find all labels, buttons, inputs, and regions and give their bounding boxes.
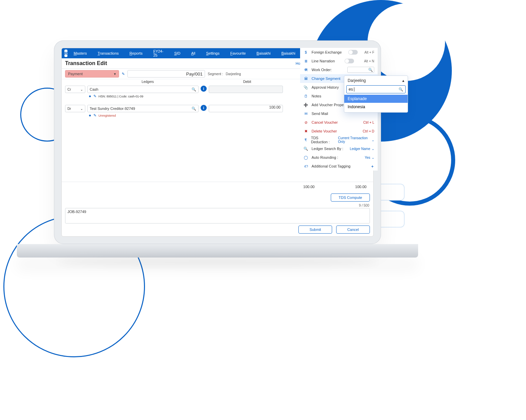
side-icon: ◯: [303, 155, 308, 160]
submit-button[interactable]: Submit: [298, 226, 332, 234]
cancel-button[interactable]: Cancel: [336, 226, 370, 234]
info-icon[interactable]: i: [201, 105, 207, 111]
search-icon: 🔍: [192, 87, 196, 92]
total-credit: 100.00: [355, 185, 367, 189]
segment-dropdown: Darjeeling ▴ es| 🔍 EsplanadeIndonesia: [344, 76, 408, 113]
debit-input[interactable]: [209, 86, 283, 93]
chevron-down-icon: ⌄: [372, 147, 374, 151]
segment-option[interactable]: Indonesia: [344, 103, 408, 111]
chevron-down-icon: ⌄: [372, 138, 374, 142]
side-icon: 🗒: [303, 94, 308, 98]
voucher-number-input[interactable]: [127, 70, 205, 78]
side-icon: ✖: [303, 129, 308, 133]
search-icon: 🔍: [368, 68, 373, 72]
voucher-type-select[interactable]: Payment ▾: [65, 70, 119, 78]
menu-item-favourite[interactable]: Favourite: [226, 50, 251, 57]
totals-row: 100.00 100.00: [62, 182, 373, 191]
registration-status: Unregistered: [98, 114, 116, 117]
row-edit-icon[interactable]: ✎: [93, 113, 96, 118]
row-flag-icon[interactable]: ✸: [89, 114, 91, 117]
side-icon: 📎: [303, 85, 308, 90]
toggle[interactable]: [345, 59, 354, 63]
side-icon: ₹: [303, 138, 308, 142]
notes-textarea[interactable]: JOB-92749: [65, 208, 370, 223]
search-icon: 🔍: [192, 107, 196, 111]
side-select[interactable]: Yes⌄: [365, 156, 374, 159]
page-title: Transaction Edit: [65, 60, 107, 66]
chevron-down-icon: ⌄: [80, 88, 83, 91]
segment-label: Segment :: [208, 72, 223, 76]
side-icon: ≣: [303, 59, 308, 63]
caret-up-icon: ▴: [402, 78, 404, 83]
debit-input[interactable]: 100.00: [209, 105, 283, 112]
side-item-auto-rounding[interactable]: ◯Auto Rounding :Yes⌄: [300, 153, 378, 162]
row-edit-icon[interactable]: ✎: [93, 94, 96, 98]
tds-compute-button[interactable]: TDS Compute: [331, 193, 370, 202]
chevron-down-icon: ⌄: [372, 156, 374, 159]
app-logo[interactable]: R: [64, 50, 67, 57]
side-icon: $: [303, 50, 308, 54]
side-item-line-narration[interactable]: ≣Line NarrationAlt + N: [300, 57, 378, 65]
segment-option[interactable]: Esplanade: [344, 95, 408, 103]
side-item-tds-deduction[interactable]: ₹TDS Deduction :Current Transaction Only…: [300, 136, 378, 144]
segment-search-input[interactable]: es| 🔍: [346, 85, 406, 93]
segment-value: Darjeeling: [226, 72, 241, 76]
plus-icon[interactable]: ＋: [371, 164, 374, 169]
side-item-additional-cost-tagging[interactable]: 🏷Additional Cost Tagging＋: [300, 162, 378, 171]
side-icon: ➕: [303, 103, 308, 107]
menu-item-settings[interactable]: Settings: [201, 50, 224, 57]
laptop-base: [17, 244, 418, 258]
side-icon: ✉: [303, 112, 308, 116]
toggle[interactable]: [348, 50, 358, 55]
side-icon: 🛠: [303, 68, 308, 72]
menu-item-fy2425[interactable]: FY24-25: [149, 48, 168, 59]
hsn-text: HSN: 895011 | Code: cash-01-09: [98, 95, 143, 98]
search-icon: 🔍: [399, 87, 403, 92]
side-icon: 🔍: [303, 147, 308, 151]
edit-voucher-icon[interactable]: ✎: [122, 72, 125, 76]
info-icon[interactable]: i: [201, 86, 207, 92]
side-item-cancel-voucher[interactable]: ⊘Cancel VoucherCtrl + L: [300, 118, 378, 127]
menu-item-sid[interactable]: SID: [170, 50, 185, 57]
side-item-work-order[interactable]: 🛠Work Order:🔍: [300, 65, 378, 74]
side-item-delete-voucher[interactable]: ✖Delete VoucherCtrl + D: [300, 127, 378, 136]
work-order-search[interactable]: 🔍: [347, 67, 374, 73]
drcr-select[interactable]: Dr⌄: [65, 105, 85, 112]
side-select[interactable]: Ledger Name⌄: [350, 147, 374, 151]
side-icon: ⊘: [303, 120, 308, 125]
side-select[interactable]: Current Transaction Only⌄: [338, 136, 374, 144]
menu-item-baisakhi[interactable]: Baisakhi: [276, 50, 300, 57]
total-debit: 100.00: [240, 185, 315, 189]
chevron-down-icon: ⌄: [80, 107, 83, 111]
menu-item-masters[interactable]: Masters: [69, 50, 91, 57]
side-icon: 🏷: [303, 164, 308, 168]
notes-counter: 9 / 500: [62, 204, 373, 207]
side-item-ledger-search-by[interactable]: 🔍Ledger Search By :Ledger Name⌄: [300, 144, 378, 153]
menu-item-transactions[interactable]: Transactions: [93, 50, 124, 57]
menu-item-reports[interactable]: Reports: [125, 50, 147, 57]
laptop-frame: R MastersTransactionsReportsFY24-25SIDAl…: [54, 40, 381, 258]
drcr-select[interactable]: Cr⌄: [65, 86, 85, 93]
ledger-input[interactable]: Test Sundry Creditor-92749🔍: [87, 105, 199, 112]
segment-selected[interactable]: Darjeeling ▴: [344, 76, 408, 85]
menu-item-baisakhi[interactable]: Baisakhi: [252, 50, 275, 57]
menu-item-all[interactable]: All: [186, 50, 200, 57]
ledger-input[interactable]: Cash🔍: [87, 86, 199, 93]
side-icon: 🏛: [303, 77, 308, 81]
side-item-foreign-exchange[interactable]: $Foreign ExchangeAlt + F: [300, 48, 378, 57]
caret-down-icon: ▾: [114, 72, 116, 76]
row-flag-icon[interactable]: ✸: [89, 95, 91, 98]
